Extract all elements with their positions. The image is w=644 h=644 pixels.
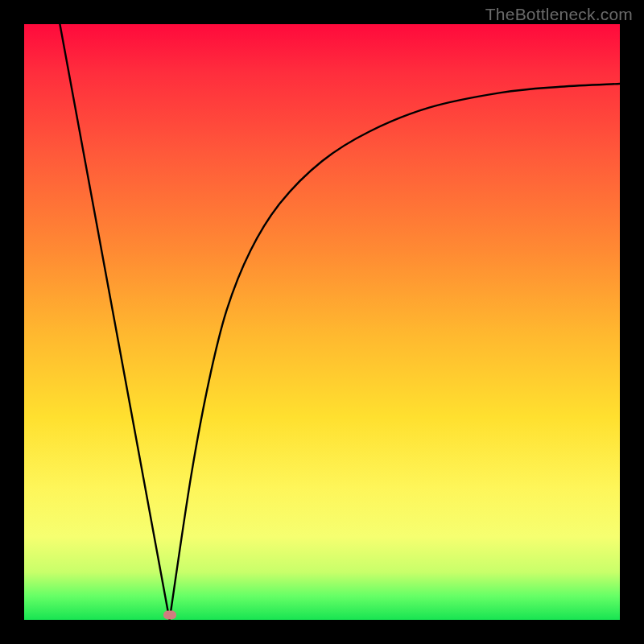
watermark-text: TheBottleneck.com [485,5,633,24]
plot-background-gradient [24,24,620,620]
minimum-marker [163,611,176,620]
chart-frame: TheBottleneck.com [0,0,644,644]
